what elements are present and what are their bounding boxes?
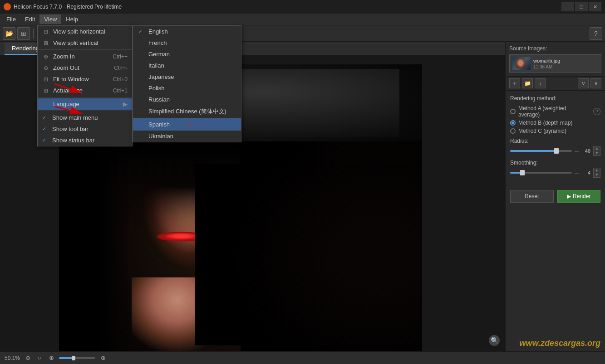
- maximize-button[interactable]: □: [575, 2, 588, 11]
- zoom-out-item[interactable]: ⊖ Zoom Out Ctrl+-: [38, 62, 132, 73]
- method-a-label: Method A (weighted average): [518, 105, 589, 118]
- menu-help[interactable]: Help: [61, 15, 83, 24]
- spanish-arrow-indicator: ←: [187, 120, 194, 128]
- smoothing-down[interactable]: ▼: [594, 173, 600, 177]
- zoom-fit-button[interactable]: ○: [35, 354, 44, 362]
- smoothing-up[interactable]: ▲: [594, 168, 600, 173]
- show-main-menu-item[interactable]: ✓ Show main menu: [38, 112, 132, 123]
- open-button[interactable]: 📂: [3, 27, 15, 40]
- lang-polish-label: Polish: [148, 85, 164, 92]
- close-button[interactable]: ✕: [589, 2, 601, 11]
- show-main-menu-check-icon: ✓: [42, 115, 49, 121]
- source-panel: Source images: womanb.jpg 11:36 AM: [506, 42, 605, 77]
- fit-window-item[interactable]: ⊡ Fit to Window Ctrl+0: [38, 73, 132, 85]
- lang-italian-item[interactable]: Italian: [133, 60, 241, 71]
- method-a-info-button[interactable]: ?: [593, 108, 600, 115]
- split-v-icon: ⊠: [42, 40, 49, 46]
- smoothing-separator: ─: [575, 170, 579, 176]
- language-item[interactable]: Language ▶: [38, 98, 132, 110]
- zoom-out-icon: ⊖: [42, 65, 49, 71]
- fit-window-label: Fit to Window: [53, 76, 89, 83]
- lang-chinese-item[interactable]: Simplified Chinese (简体中文): [133, 105, 241, 118]
- source-down-button[interactable]: ↓: [535, 78, 546, 88]
- method-c-label: Method C (pyramid): [518, 128, 566, 134]
- lang-german-check-icon: [138, 52, 145, 57]
- source-thumbnail: [512, 57, 531, 70]
- menu-view[interactable]: View: [39, 15, 61, 24]
- lang-french-item[interactable]: French: [133, 37, 241, 49]
- split-v-label: View split vertical: [53, 39, 98, 46]
- zoom-value: 50.1%: [5, 355, 20, 361]
- actual-size-icon: ⊞: [42, 87, 49, 94]
- lang-english-item[interactable]: ✓ English: [133, 26, 241, 37]
- lang-ukrainian-item[interactable]: Ukrainian: [133, 131, 241, 142]
- source-folder-button[interactable]: 📁: [522, 78, 533, 88]
- radius-spin[interactable]: ▲ ▼: [593, 146, 600, 156]
- zoom-max-button[interactable]: ⊕: [99, 354, 107, 362]
- render-buttons: Reset ▶ Render: [506, 186, 605, 206]
- lang-english-label: English: [148, 28, 168, 35]
- view-split-v-item[interactable]: ⊠ View split vertical: [38, 37, 132, 49]
- lang-spanish-item[interactable]: Spanish ←: [133, 118, 241, 131]
- lang-chinese-check-icon: [138, 109, 145, 114]
- view-split-h-item[interactable]: ⊟ View split horizontal: [38, 26, 132, 37]
- render-panel: Rendering method: Method A (weighted ave…: [506, 91, 605, 184]
- source-add-button[interactable]: +: [509, 78, 520, 88]
- source-collapse-button[interactable]: ∨: [578, 78, 589, 88]
- source-item[interactable]: womanb.jpg 11:36 AM: [509, 54, 601, 73]
- language-arrow-icon: ▶: [123, 101, 128, 107]
- zoom-in-button-bottom[interactable]: ⊕: [47, 354, 55, 362]
- radius-row: Radius: ─ 48 ▲ ▼: [510, 138, 600, 156]
- radius-down[interactable]: ▼: [594, 151, 600, 155]
- zoom-slider[interactable]: [59, 357, 95, 359]
- zoom-out-button[interactable]: ⊖: [24, 354, 32, 362]
- method-c-radio[interactable]: [510, 128, 516, 134]
- zoom-to-fit-icon[interactable]: 🔍: [489, 335, 500, 346]
- dd-sep-1: [38, 49, 132, 50]
- lang-japanese-label: Japanese: [148, 73, 174, 80]
- method-a-radio[interactable]: [510, 109, 516, 114]
- radius-separator: ─: [575, 148, 579, 155]
- show-status-bar-label: Show status bar: [52, 137, 94, 144]
- lang-russian-item[interactable]: Russian: [133, 94, 241, 105]
- lang-japanese-item[interactable]: Japanese: [133, 71, 241, 83]
- language-icon: [42, 101, 49, 107]
- smoothing-thumb[interactable]: [520, 170, 525, 175]
- menu-file[interactable]: File: [2, 15, 20, 24]
- radius-up[interactable]: ▲: [594, 146, 600, 151]
- grid-button[interactable]: ⊞: [17, 27, 30, 40]
- lang-english-check-icon: ✓: [138, 29, 145, 34]
- lang-italian-check-icon: [138, 63, 145, 68]
- zoom-in-label: Zoom In: [53, 53, 75, 60]
- radius-value: 48: [581, 148, 590, 154]
- lang-spanish-label: Spanish: [148, 121, 170, 128]
- smoothing-spin[interactable]: ▲ ▼: [593, 168, 600, 178]
- minimize-button[interactable]: ─: [561, 2, 574, 11]
- render-play-icon: ▶: [567, 193, 571, 199]
- lang-french-label: French: [148, 39, 167, 46]
- source-filename: womanb.jpg: [533, 58, 598, 63]
- lang-polish-item[interactable]: Polish: [133, 83, 241, 94]
- lang-german-item[interactable]: German: [133, 49, 241, 60]
- method-b-radio[interactable]: [510, 120, 516, 126]
- render-button[interactable]: ▶ Render: [557, 190, 601, 203]
- show-status-bar-item[interactable]: ✓ Show status bar: [38, 135, 132, 146]
- source-expand-button[interactable]: ∧: [590, 78, 601, 88]
- show-tool-bar-item[interactable]: ✓ Show tool bar: [38, 123, 132, 135]
- zoom-in-item[interactable]: ⊕ Zoom In Ctrl++: [38, 51, 132, 62]
- method-a-group: Method A (weighted average) ?: [510, 105, 600, 118]
- lang-ukrainian-check-icon: [138, 134, 145, 139]
- zoom-in-shortcut: Ctrl++: [113, 53, 128, 60]
- menu-edit[interactable]: Edit: [20, 15, 39, 24]
- fit-window-shortcut: Ctrl+0: [113, 76, 128, 83]
- bottom-bar: 50.1% ⊖ ○ ⊕ ⊕: [0, 351, 605, 364]
- view-dropdown: ⊟ View split horizontal ⊠ View split ver…: [37, 25, 133, 146]
- zoom-out-shortcut: Ctrl+-: [114, 65, 128, 71]
- radius-thumb[interactable]: [554, 148, 559, 154]
- radius-label: Radius:: [510, 138, 600, 144]
- help-button[interactable]: ?: [590, 27, 602, 40]
- lang-russian-check-icon: [138, 97, 145, 102]
- split-h-label: View split horizontal: [53, 28, 105, 35]
- actual-size-item[interactable]: ⊞ Actual Size Ctrl+1: [38, 85, 132, 96]
- reset-button[interactable]: Reset: [510, 190, 554, 203]
